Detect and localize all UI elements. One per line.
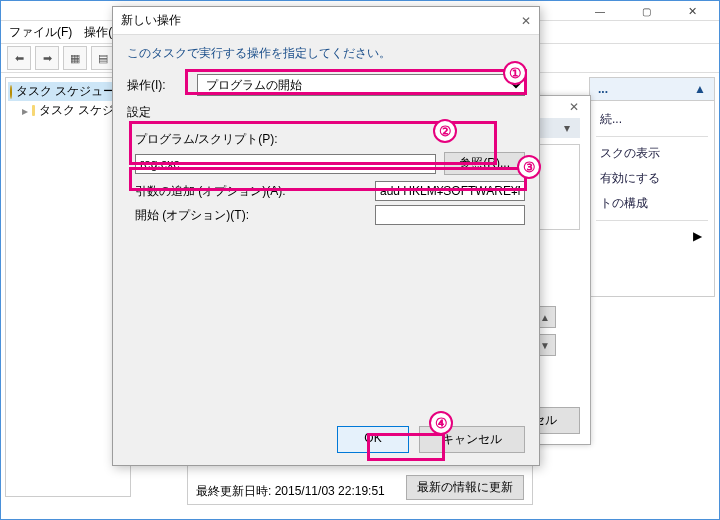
actions-more-arrow[interactable]: ▶ — [594, 225, 710, 247]
toolbar-btn-1[interactable]: ▦ — [63, 46, 87, 70]
tree-child[interactable]: ▸ タスク スケジュ — [8, 101, 128, 120]
menu-file[interactable]: ファイル(F) — [9, 24, 72, 41]
separator — [596, 220, 708, 221]
arguments-label: 引数の追加 (オプション)(A): — [135, 183, 375, 200]
actions-pane: ... ▲ 続... スクの表示 有効にする トの構成 ▶ — [589, 77, 715, 297]
actions-header-text: ... — [598, 82, 608, 96]
toolbar-back-button[interactable]: ⬅ — [7, 46, 31, 70]
toolbar-forward-button[interactable]: ➡ — [35, 46, 59, 70]
program-label: プログラム/スクリプト(P): — [135, 131, 525, 148]
folder-icon — [32, 105, 35, 116]
minimize-button[interactable] — [577, 1, 623, 21]
browse-button[interactable]: 参照(R)... — [444, 152, 525, 175]
start-in-label: 開始 (オプション)(T): — [135, 207, 375, 224]
secondary-close-button[interactable]: ✕ — [564, 98, 584, 116]
badge-1: ① — [503, 61, 527, 85]
separator — [596, 136, 708, 137]
refresh-button[interactable]: 最新の情報に更新 — [406, 475, 524, 500]
status-text: 最終更新日時: 2015/11/03 22:19:51 — [196, 483, 385, 500]
dropdown-icon[interactable]: ▾ — [564, 121, 570, 135]
action-enable[interactable]: 有効にする — [594, 166, 710, 191]
expand-icon[interactable]: ▸ — [22, 104, 28, 118]
close-button[interactable] — [669, 1, 715, 21]
new-action-dialog: 新しい操作 ✕ このタスクで実行する操作を指定してください。 操作(I): プロ… — [112, 6, 540, 466]
settings-label: 設定 — [127, 104, 525, 121]
arguments-input[interactable] — [375, 181, 525, 201]
action-show-task[interactable]: スクの表示 — [594, 141, 710, 166]
program-input[interactable] — [135, 154, 436, 174]
start-in-input[interactable] — [375, 205, 525, 225]
dialog-titlebar: 新しい操作 ✕ — [113, 7, 539, 35]
ok-button[interactable]: OK — [337, 426, 409, 453]
action-label: 操作(I): — [127, 77, 197, 94]
dialog-title: 新しい操作 — [121, 12, 181, 29]
dialog-close-button[interactable]: ✕ — [521, 14, 531, 28]
badge-2: ② — [433, 119, 457, 143]
action-config[interactable]: トの構成 — [594, 191, 710, 216]
maximize-button[interactable] — [623, 1, 669, 21]
action-connect[interactable]: 続... — [594, 107, 710, 132]
collapse-icon[interactable]: ▲ — [694, 82, 706, 96]
clock-icon — [10, 85, 12, 99]
actions-header: ... ▲ — [590, 78, 714, 101]
dialog-instruction: このタスクで実行する操作を指定してください。 — [127, 45, 525, 62]
action-select[interactable]: プログラムの開始 — [197, 74, 525, 96]
badge-3: ③ — [517, 155, 541, 179]
tree-root[interactable]: タスク スケジューラ (ロ — [8, 82, 128, 101]
badge-4: ④ — [429, 411, 453, 435]
